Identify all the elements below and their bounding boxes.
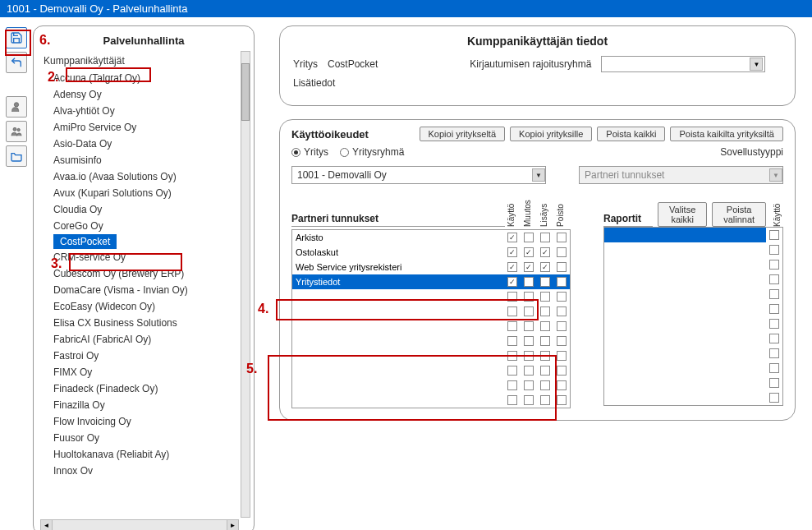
checkbox[interactable] [524, 292, 534, 302]
checkbox[interactable] [524, 247, 534, 257]
table-row[interactable] [604, 287, 782, 302]
table-row[interactable] [604, 361, 782, 376]
checkbox[interactable] [507, 351, 517, 361]
checkbox[interactable] [557, 233, 567, 242]
checkbox[interactable] [540, 351, 550, 361]
table-row[interactable] [604, 390, 782, 405]
table-row[interactable] [292, 348, 570, 363]
users-button[interactable] [6, 121, 27, 142]
checkbox[interactable] [540, 277, 550, 287]
table-row[interactable] [604, 346, 782, 361]
table-row[interactable] [604, 272, 782, 287]
partner-ids-table[interactable]: ArkistoOstolaskutWeb Service yritysrekis… [291, 229, 571, 408]
table-row[interactable] [604, 331, 782, 346]
checkbox[interactable] [524, 277, 534, 287]
checkbox[interactable] [769, 363, 779, 373]
company-combo[interactable]: 1001 - Demovalli Oy ▼ [291, 166, 546, 184]
table-row[interactable] [292, 378, 570, 393]
checkbox[interactable] [507, 247, 517, 257]
scroll-left-icon[interactable]: ◄ [41, 520, 53, 530]
tree-item[interactable]: Fuusor Oy [37, 430, 250, 446]
checkbox[interactable] [557, 395, 567, 405]
checkbox[interactable] [557, 292, 567, 302]
tree-item[interactable]: Alva-yhtiöt Oy [37, 103, 250, 119]
tree-item[interactable]: FIMX Oy [37, 364, 250, 380]
restriction-group-select[interactable]: ▼ [601, 56, 765, 72]
undo-button[interactable] [6, 52, 27, 73]
checkbox[interactable] [769, 289, 779, 299]
checkbox[interactable] [507, 306, 517, 316]
checkbox[interactable] [540, 366, 550, 376]
checkbox[interactable] [557, 380, 567, 390]
checkbox[interactable] [769, 334, 779, 343]
checkbox[interactable] [769, 348, 779, 358]
tree-item[interactable]: FabricAI (FabricAI Oy) [37, 331, 250, 348]
tree-item[interactable]: Accuna (Talgraf Oy) [37, 70, 250, 86]
table-row[interactable] [292, 393, 570, 408]
checkbox[interactable] [557, 321, 567, 331]
tree-item[interactable]: Finadeck (Finadeck Oy) [37, 380, 250, 397]
scroll-right-icon[interactable]: ► [227, 520, 238, 530]
checkbox[interactable] [507, 233, 517, 242]
table-row[interactable] [292, 334, 570, 348]
checkbox[interactable] [524, 262, 534, 272]
user-button[interactable] [6, 96, 27, 118]
checkbox[interactable] [540, 380, 550, 390]
table-row[interactable]: Yritystiedot [292, 274, 570, 289]
tree-item[interactable]: Cubescom Oy (Brewery ERP) [37, 265, 250, 282]
table-row[interactable]: Ostolaskut [292, 245, 570, 260]
checkbox[interactable] [769, 304, 779, 314]
table-row[interactable] [604, 242, 782, 257]
checkbox[interactable] [769, 378, 779, 388]
tree-item[interactable]: Elisa CX Business Solutions [37, 315, 250, 331]
folder-button[interactable] [6, 145, 27, 167]
checkbox[interactable] [540, 306, 550, 316]
checkbox[interactable] [524, 351, 534, 361]
tree-item[interactable]: Innox Ov [37, 463, 250, 479]
tree-item[interactable]: DomaCare (Visma - Invian Oy) [37, 282, 250, 298]
tree-item[interactable]: Asumisinfo [37, 152, 250, 168]
checkbox[interactable] [524, 395, 534, 405]
tree-item[interactable]: Cloudia Oy [37, 201, 250, 218]
table-row[interactable] [604, 316, 782, 331]
checkbox[interactable] [769, 319, 779, 329]
table-row[interactable] [604, 228, 782, 242]
sidebar-horizontal-scrollbar[interactable]: ◄ ► [40, 519, 239, 530]
table-row[interactable]: Arkisto [292, 230, 570, 245]
checkbox[interactable] [524, 366, 534, 376]
checkbox[interactable] [769, 245, 779, 255]
remove-from-all-companies-button[interactable]: Poista kaikilta yrityksiltä [670, 127, 783, 141]
checkbox[interactable] [557, 351, 567, 361]
checkbox[interactable] [507, 395, 517, 405]
checkbox[interactable] [769, 274, 779, 284]
checkbox[interactable] [507, 380, 517, 390]
checkbox[interactable] [540, 395, 550, 405]
sidebar-tree[interactable]: Kumppanikäyttäjät Accuna (Talgraf Oy)Ade… [37, 53, 250, 514]
tree-item[interactable]: AmiPro Service Oy [37, 119, 250, 136]
tree-item[interactable]: CoreGo Oy [37, 218, 250, 234]
table-row[interactable]: Web Service yritysrekisteri [292, 260, 570, 274]
tree-item[interactable]: EcoEasy (Widecon Oy) [37, 298, 250, 315]
checkbox[interactable] [507, 277, 517, 287]
checkbox[interactable] [524, 380, 534, 390]
table-row[interactable] [292, 289, 570, 304]
checkbox[interactable] [507, 292, 517, 302]
checkbox[interactable] [524, 233, 534, 242]
tree-item[interactable]: Avux (Kupari Solutions Oy) [37, 185, 250, 201]
tree-item[interactable]: CostPocket [53, 234, 117, 249]
radio-company-group[interactable]: Yritysryhmä [340, 146, 404, 158]
checkbox[interactable] [557, 262, 567, 272]
copy-to-companies-button[interactable]: Kopioi yrityksille [510, 127, 592, 141]
tree-item[interactable]: Fastroi Oy [37, 348, 250, 364]
table-row[interactable] [604, 376, 782, 390]
copy-from-company-button[interactable]: Kopioi yritykseltä [420, 127, 506, 141]
save-button[interactable] [6, 27, 27, 48]
tree-item[interactable]: Avaa.io (Avaa Solutions Oy) [37, 168, 250, 185]
radio-company[interactable]: Yritys [291, 146, 328, 158]
checkbox[interactable] [769, 260, 779, 270]
checkbox[interactable] [524, 336, 534, 346]
tree-item[interactable]: Adensy Oy [37, 86, 250, 103]
checkbox[interactable] [524, 306, 534, 316]
clear-selection-button[interactable]: Poista valinnat [712, 202, 766, 227]
select-all-button[interactable]: Valitse kaikki [658, 202, 707, 227]
